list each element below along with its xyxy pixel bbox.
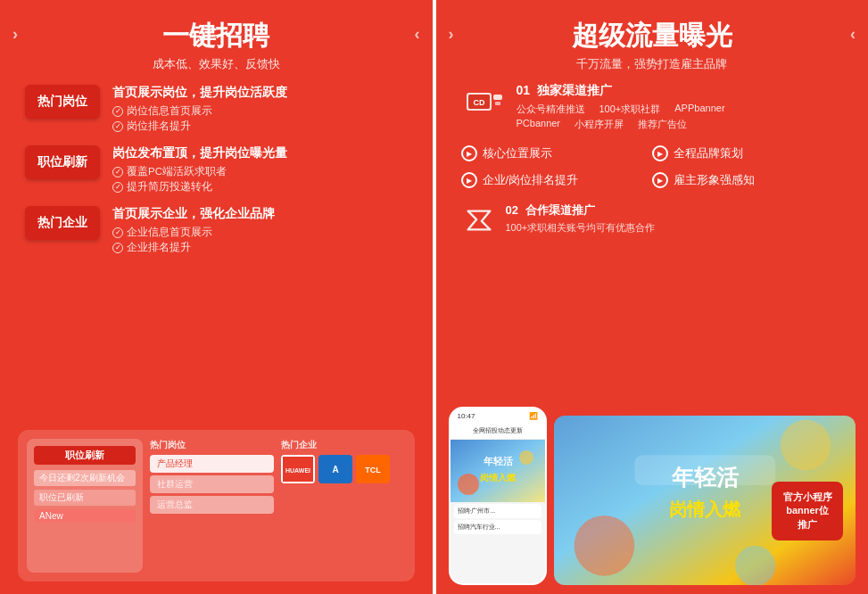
exclusive-title: 01 独家渠道推广	[517, 83, 844, 99]
phone-list-item-2: 招聘汽车行业...	[454, 520, 541, 534]
refresh-main-text: 岗位发布置顶，提升岗位曝光量	[112, 145, 408, 161]
hot-enterprise-desc: 首页展示企业，强化企业品牌 ✓ 企业信息首页展示 ✓ 企业排名提升	[112, 206, 408, 254]
job-tag-ops-director: 运营总监	[150, 496, 274, 514]
illus-left-title: 职位刷新	[34, 446, 136, 465]
svg-text:岗情入燃: 岗情入燃	[480, 473, 517, 483]
svg-point-17	[519, 450, 533, 465]
svg-text:A: A	[333, 465, 339, 474]
phone-status-bar: 10:47 📶	[451, 408, 545, 423]
svg-point-16	[458, 474, 479, 495]
mini-program-btn[interactable]: 官方小程序 banner位推广	[772, 482, 843, 540]
main-container: › ‹ 一键招聘 成本低、效果好、反馈快 热门岗位 首页展示岗位，提升岗位活跃度…	[0, 0, 868, 594]
hot-enterprise-sub-1: ✓ 企业信息首页展示	[112, 226, 408, 239]
exclusive-channel-icon: CD	[461, 83, 508, 120]
hot-jobs-sub-1: ✓ 岗位信息首页展示	[112, 104, 408, 118]
illus-hot-jobs-col-title: 热门岗位	[150, 439, 274, 451]
illus-tag-refresh-chance: 今日还剩2次刷新机会	[34, 470, 136, 486]
check-icon-4: ✓	[112, 182, 123, 193]
illus-tag-anew: ANew	[34, 509, 136, 523]
check-icon-3: ✓	[112, 167, 123, 177]
illus-left-column: 职位刷新 今日还剩2次刷新机会 职位已刷新 ANew	[27, 439, 143, 573]
right-feature-employer-image: ▶ 雇主形象强感知	[652, 167, 843, 194]
svg-point-23	[735, 546, 775, 585]
brand-huawei: HUAWEI	[281, 455, 315, 483]
refresh-sub-2: ✓ 提升简历投递转化	[112, 180, 408, 194]
hot-enterprise-sub-2: ✓ 企业排名提升	[112, 241, 408, 254]
svg-rect-8	[493, 95, 502, 100]
channel-02-section: 02 合作渠道推广 100+求职相关账号均可有优惠合作	[461, 202, 844, 238]
check-icon-1: ✓	[112, 106, 123, 117]
svg-text:CD: CD	[473, 98, 484, 107]
hot-jobs-main-text: 首页展示岗位，提升岗位活跃度	[112, 85, 408, 101]
exclusive-channel-section: CD 01 独家渠道推广 公众号精准推送 100+求职社群 APPbanner …	[461, 83, 844, 131]
phone-area: 10:47 📶 全网招投动态更新	[449, 389, 856, 585]
phone-list-item-1: 招聘·广州市...	[454, 504, 541, 518]
illus-hot-jobs-col: 热门岗位 产品经理 社群运营 运营总监	[150, 439, 274, 573]
left-panel-subtitle: 成本低、效果好、反馈快	[25, 56, 408, 72]
check-icon-2: ✓	[112, 121, 123, 132]
left-panel-arrow-left[interactable]: ›	[12, 25, 18, 44]
illus-tag-refreshed: 职位已刷新	[34, 490, 136, 506]
left-panel: › ‹ 一键招聘 成本低、效果好、反馈快 热门岗位 首页展示岗位，提升岗位活跃度…	[0, 0, 436, 594]
phone-banner: 年轻活 岗情入燃	[451, 440, 545, 502]
refresh-desc: 岗位发布置顶，提升岗位曝光量 ✓ 覆盖PC端活跃求职者 ✓ 提升简历投递转化	[112, 145, 408, 194]
left-panel-arrow-right[interactable]: ‹	[415, 25, 420, 44]
play-icon-2: ▶	[652, 145, 668, 161]
svg-text:岗情入燃: 岗情入燃	[669, 499, 741, 519]
job-tag-community-ops: 社群运营	[150, 475, 274, 493]
play-icon-3: ▶	[461, 172, 477, 188]
play-icon-1: ▶	[461, 145, 477, 161]
hot-enterprise-main-text: 首页展示企业，强化企业品牌	[112, 206, 408, 222]
phone-content: 全网招投动态更新 年轻活	[451, 423, 545, 583]
svg-marker-12	[467, 211, 490, 230]
refresh-sub-1: ✓ 覆盖PC端活跃求职者	[112, 165, 408, 178]
left-panel-title: 一键招聘	[25, 18, 408, 54]
feature-block-hot-jobs: 热门岗位 首页展示岗位，提升岗位活跃度 ✓ 岗位信息首页展示 ✓ 岗位排名提升	[25, 85, 408, 133]
feature-block-refresh: 职位刷新 岗位发布置顶，提升岗位曝光量 ✓ 覆盖PC端活跃求职者 ✓ 提升简历投…	[25, 145, 408, 194]
right-feature-ranking: ▶ 企业/岗位排名提升	[461, 167, 652, 194]
channel-02-title: 02 合作渠道推广	[506, 202, 656, 219]
svg-rect-24	[634, 455, 775, 485]
channel-02-desc: 100+求职相关账号均可有优惠合作	[506, 221, 656, 235]
phone-header-bar: 全网招投动态更新	[451, 423, 545, 440]
brand-anew: A	[318, 455, 352, 483]
play-icon-4: ▶	[652, 172, 668, 188]
right-feature-core-position: ▶ 核心位置展示	[461, 140, 652, 167]
right-panel-title: 超级流量曝光	[461, 18, 844, 54]
feature-block-hot-enterprise: 热门企业 首页展示企业，强化企业品牌 ✓ 企业信息首页展示 ✓ 企业排名提升	[25, 206, 408, 254]
brand-logos: HUAWEI A TCL	[281, 455, 405, 483]
right-panel-header: 超级流量曝光 千万流量，强势打造雇主品牌	[461, 18, 844, 72]
right-feature-brand-planning: ▶ 全程品牌策划	[652, 140, 843, 167]
right-panel-arrow-right[interactable]: ‹	[850, 25, 856, 44]
check-icon-5: ✓	[112, 227, 123, 238]
right-features-grid: ▶ 核心位置展示 ▶ 全程品牌策划 ▶ 企业/岗位排名提升 ▶ 雇主形象强感知	[461, 140, 844, 194]
hot-jobs-desc: 首页展示岗位，提升岗位活跃度 ✓ 岗位信息首页展示 ✓ 岗位排名提升	[112, 85, 408, 133]
hot-jobs-button[interactable]: 热门岗位	[25, 85, 100, 119]
channel-02-text: 02 合作渠道推广 100+求职相关账号均可有优惠合作	[506, 202, 656, 235]
svg-point-21	[574, 516, 634, 576]
illus-hot-enterprise-col: 热门企业 HUAWEI A TCL	[281, 439, 405, 573]
exclusive-row-1: 公众号精准推送 100+求职社群 APPbanner	[517, 103, 844, 116]
right-panel-arrow-left[interactable]: ›	[449, 25, 454, 44]
hot-jobs-sub-2: ✓ 岗位排名提升	[112, 120, 408, 133]
phone-mockup: 10:47 📶 全网招投动态更新	[449, 407, 547, 585]
illus-right-columns: 热门岗位 产品经理 社群运营 运营总监 热门企业 HUAWEI A	[150, 439, 406, 573]
job-tag-product-manager: 产品经理	[150, 455, 274, 473]
check-icon-6: ✓	[112, 243, 123, 253]
hot-enterprise-button[interactable]: 热门企业	[25, 206, 100, 240]
left-illustration: 职位刷新 今日还剩2次刷新机会 职位已刷新 ANew 热门岗位 产品经理 社群运…	[18, 430, 415, 582]
exclusive-details: 01 独家渠道推广 公众号精准推送 100+求职社群 APPbanner PCb…	[517, 83, 844, 131]
svg-text:年轻活: 年轻活	[482, 456, 513, 466]
channel-02-icon	[461, 202, 497, 238]
exclusive-row-2: PCbanner 小程序开屏 推荐广告位	[517, 118, 844, 131]
svg-text:TCL: TCL	[366, 466, 382, 474]
svg-point-22	[780, 420, 830, 470]
svg-rect-9	[495, 102, 500, 105]
right-panel-subtitle: 千万流量，强势打造雇主品牌	[461, 56, 844, 72]
illus-hot-enterprise-col-title: 热门企业	[281, 439, 405, 451]
brand-tcl: TCL	[356, 455, 390, 483]
right-panel: › ‹ 超级流量曝光 千万流量，强势打造雇主品牌 CD 01	[436, 0, 869, 594]
left-panel-header: 一键招聘 成本低、效果好、反馈快	[25, 18, 408, 72]
refresh-button[interactable]: 职位刷新	[25, 145, 100, 179]
svg-text:HUAWEI: HUAWEI	[285, 467, 310, 474]
